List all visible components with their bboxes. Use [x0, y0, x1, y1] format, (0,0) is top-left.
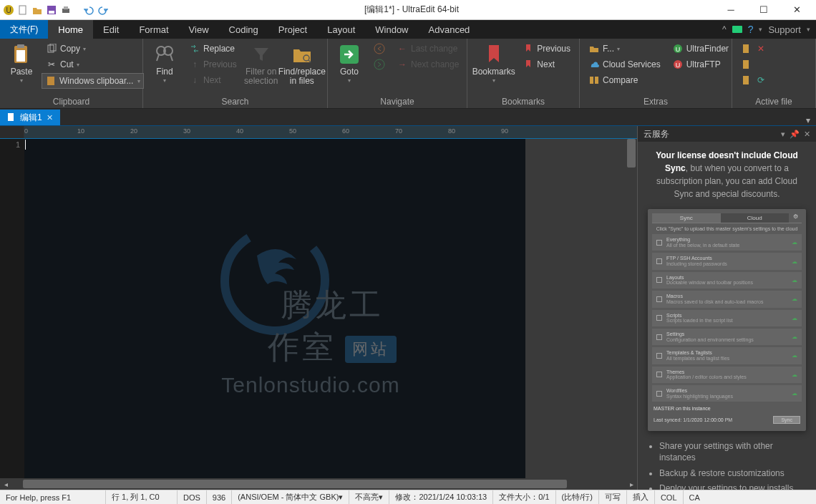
close-red-icon: ✕: [755, 43, 767, 54]
panel-pin-icon[interactable]: 📌: [790, 130, 800, 139]
ribbon-group-bookmarks: Bookmarks ▾ Previous Next Bookmarks: [467, 39, 580, 108]
file-menu[interactable]: 文件(F): [0, 20, 48, 39]
window-title: [编辑1*] - UltraEdit 64-bit: [109, 4, 714, 16]
preview-item: LayoutsDockable window and toolbar posit…: [652, 272, 802, 289]
status-insert[interactable]: 插入: [627, 490, 655, 504]
scroll-thumb[interactable]: [23, 480, 567, 488]
preview-tab-cloud: Cloud: [721, 213, 790, 223]
menu-format[interactable]: Format: [129, 20, 178, 39]
menu-edit[interactable]: Edit: [93, 20, 129, 39]
new-file-icon[interactable]: [17, 4, 29, 16]
help-icon[interactable]: ?: [748, 24, 754, 35]
tab-close-icon[interactable]: ✕: [47, 113, 53, 122]
vertical-scrollbar[interactable]: [626, 139, 637, 478]
nav-fwd-button[interactable]: [369, 57, 389, 72]
find-in-files-button[interactable]: Find/replace in files: [281, 42, 323, 87]
editor-canvas[interactable]: 腾龙工作室网站 Tenlonstudio.com: [24, 139, 525, 478]
panel-menu-icon[interactable]: ▾: [781, 130, 785, 139]
bookmarks-button[interactable]: Bookmarks ▾: [472, 42, 515, 86]
cloud-bullets: Share your settings with other instances…: [648, 441, 806, 490]
status-rw[interactable]: 可写: [599, 490, 627, 504]
status-codepage[interactable]: 936: [207, 490, 232, 504]
app-icon: U: [3, 4, 14, 16]
svg-line-17: [157, 54, 159, 61]
ruler-mark: 80: [448, 127, 455, 135]
copy-button[interactable]: Copy ▾: [42, 42, 144, 56]
scroll-thumb[interactable]: [627, 139, 636, 168]
status-encoding[interactable]: (ANSI/OEM - 简体中文 GBK) ▾: [232, 490, 349, 504]
bookmark-icon: [482, 43, 505, 66]
nav-back-button[interactable]: [369, 42, 389, 56]
svg-rect-13: [47, 77, 54, 85]
support-link[interactable]: Support: [768, 24, 801, 35]
menu-view[interactable]: View: [179, 20, 219, 39]
file-button[interactable]: F... ▾: [584, 42, 665, 56]
af-btn2[interactable]: [737, 57, 771, 72]
arrow-left-icon: ←: [397, 43, 408, 54]
statusbar: For Help, press F1 行 1, 列 1, C0 DOS 936 …: [0, 490, 816, 504]
redo-icon[interactable]: [97, 4, 109, 16]
bullet-item: Backup & restore customizations: [659, 468, 806, 480]
ultraftp-button[interactable]: UUltraFTP: [668, 57, 733, 72]
next-bookmark-button[interactable]: Next: [518, 57, 575, 72]
af-btn1[interactable]: ✕: [737, 42, 771, 56]
prev-match-button[interactable]: ↑Previous: [185, 57, 241, 72]
menu-coding[interactable]: Coding: [219, 20, 268, 39]
maximize-button[interactable]: ☐: [747, 0, 780, 20]
ruler-mark: 40: [236, 127, 243, 135]
svg-rect-30: [743, 44, 749, 53]
svg-point-34: [214, 220, 336, 341]
tabs-dropdown-icon[interactable]: ▾: [800, 115, 816, 125]
status-highlight[interactable]: 不高亮 ▾: [349, 490, 389, 504]
ruler-mark: 30: [183, 127, 190, 135]
support-dropdown-icon[interactable]: ▾: [807, 26, 810, 33]
next-change-button[interactable]: →Next change: [392, 57, 463, 72]
save-icon[interactable]: [46, 4, 57, 16]
compare-button[interactable]: Compare: [584, 73, 665, 87]
panel-close-icon[interactable]: ✕: [804, 130, 810, 139]
status-col[interactable]: COL: [655, 490, 684, 504]
bookmark-next-icon: [523, 59, 534, 70]
status-eol[interactable]: DOS: [178, 490, 207, 504]
editor-margin: [525, 139, 626, 478]
menubar: 文件(F) Home Edit Format View Coding Proje…: [0, 20, 816, 39]
status-cap: CA: [684, 490, 706, 504]
scroll-right-icon[interactable]: ▸: [626, 478, 637, 490]
minimize-button[interactable]: ─: [714, 0, 747, 20]
undo-icon[interactable]: [83, 4, 94, 16]
document-tab[interactable]: 编辑1 ✕: [0, 110, 60, 125]
horizontal-scrollbar[interactable]: ◂ ▸: [0, 478, 637, 490]
prev-bookmark-button[interactable]: Previous: [518, 42, 575, 56]
help-dropdown-icon[interactable]: ▾: [759, 26, 762, 33]
windows-clipboard-button[interactable]: Windows clipboar...▾: [42, 73, 144, 89]
goto-button[interactable]: Goto ▾: [332, 42, 366, 86]
last-change-button[interactable]: ←Last change: [392, 42, 463, 56]
menu-layout[interactable]: Layout: [317, 20, 365, 39]
document-tabs: 编辑1 ✕ ▾: [0, 109, 816, 126]
cut-button[interactable]: ✂Cut ▾: [42, 57, 144, 72]
scroll-left-icon[interactable]: ◂: [0, 478, 11, 490]
af-btn3[interactable]: ⟳: [737, 73, 771, 87]
filter-button[interactable]: Filter on selection: [244, 42, 278, 87]
print-icon[interactable]: [60, 4, 72, 16]
close-button[interactable]: ✕: [780, 0, 813, 20]
next-match-button[interactable]: ↓Next: [185, 73, 241, 87]
collapse-ribbon-icon[interactable]: ^: [722, 24, 727, 34]
cloud-services-button[interactable]: Cloud Services: [584, 57, 665, 72]
menu-project[interactable]: Project: [268, 20, 317, 39]
replace-button[interactable]: Replace: [185, 42, 241, 56]
paste-button[interactable]: Paste ▾: [4, 42, 39, 86]
compare-icon: [588, 74, 600, 86]
menu-advanced[interactable]: Advanced: [419, 20, 480, 39]
menu-home[interactable]: Home: [48, 20, 93, 39]
menu-window[interactable]: Window: [365, 20, 418, 39]
svg-text:U: U: [6, 6, 11, 14]
svg-text:U: U: [675, 62, 680, 69]
open-icon[interactable]: [31, 4, 43, 16]
file-icon: [741, 59, 752, 70]
status-position: 行 1, 列 1, C0: [106, 490, 178, 504]
ultrafinder-button[interactable]: UUltraFinder: [668, 42, 733, 56]
key-icon[interactable]: [732, 25, 742, 34]
watermark: 腾龙工作室网站 Tenlonstudio.com: [150, 220, 400, 397]
find-button[interactable]: Find ▾: [147, 42, 182, 86]
